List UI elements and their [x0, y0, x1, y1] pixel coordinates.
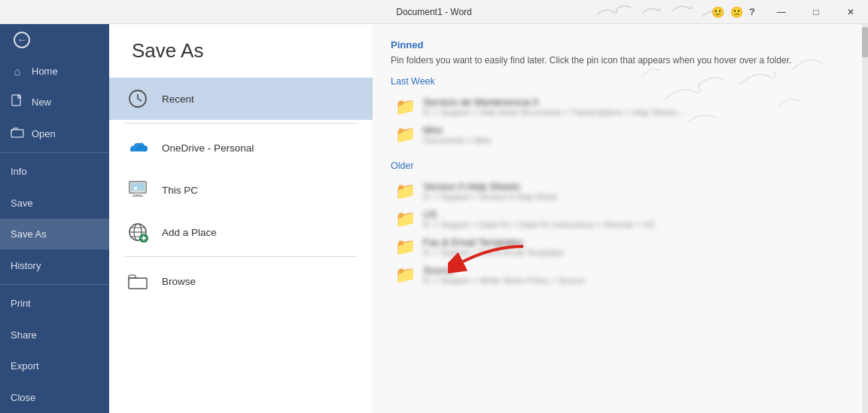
- folder-info-0: Servicio de Mantenencia II D: > Support …: [423, 96, 687, 117]
- folder-icon-0: 📁: [395, 97, 416, 117]
- sidebar-item-new[interactable]: New: [0, 87, 109, 118]
- sidebar-item-save[interactable]: Save: [0, 187, 109, 219]
- folder-info-1: Misc Documents > Misc: [423, 124, 492, 145]
- addplace-icon: [124, 219, 151, 246]
- folder-icon-4: 📁: [395, 237, 416, 257]
- scrollbar-track[interactable]: [862, 24, 868, 413]
- recent-icon: [124, 85, 151, 112]
- help-icon[interactable]: ?: [749, 6, 755, 17]
- folder-name-3: US: [423, 209, 654, 220]
- svg-rect-10: [134, 187, 137, 190]
- folder-path-4: D: > Support > Fax & Email Templates: [423, 248, 564, 257]
- main-content: ← ⌂ Home New Open: [0, 24, 868, 413]
- location-onedrive[interactable]: OneDrive - Personal: [109, 127, 373, 169]
- folder-name-2: Version II Help Sheets: [423, 181, 557, 192]
- sidebar-item-home[interactable]: ⌂ Home: [0, 56, 109, 87]
- emoji-smile-icon[interactable]: 🙂: [711, 6, 724, 18]
- back-icon: ←: [14, 32, 30, 48]
- location-recent-label: Recent: [162, 93, 194, 105]
- close-button[interactable]: ✕: [833, 0, 868, 24]
- minimize-button[interactable]: —: [764, 0, 799, 24]
- title-bar: Document1 - Word 🙂 🙁 ? — □ ✕: [0, 0, 868, 24]
- location-divider-1: [124, 123, 358, 124]
- title-bar-title: Document1 - Word: [396, 7, 471, 17]
- location-browse-label: Browse: [162, 276, 196, 287]
- home-icon: ⌂: [11, 65, 24, 78]
- pinned-label: Pinned: [391, 39, 850, 50]
- sidebar-item-close[interactable]: Close: [0, 381, 109, 413]
- folder-item-0[interactable]: 📁 Servicio de Mantenencia II D: > Suppor…: [391, 93, 850, 121]
- sidebar-item-print[interactable]: Print: [0, 288, 109, 320]
- lastweek-label: Last Week: [391, 76, 850, 87]
- folder-name-5: Source: [423, 265, 584, 276]
- older-label: Older: [391, 161, 850, 171]
- scrollbar-thumb[interactable]: [862, 27, 868, 57]
- sidebar-item-open[interactable]: Open: [0, 118, 109, 150]
- location-browse[interactable]: Browse: [109, 260, 373, 302]
- folder-icon-1: 📁: [395, 125, 416, 145]
- folder-item-4[interactable]: 📁 Fax & Email Templates D: > Support > F…: [391, 233, 850, 261]
- save-as-content: Pinned Pin folders you want to easily fi…: [373, 24, 868, 413]
- folder-info-3: US D: > Support > Data Fix > Data Fix In…: [423, 209, 654, 229]
- location-recent[interactable]: Recent: [109, 78, 373, 120]
- folder-name-0: Servicio de Mantenencia II: [423, 96, 687, 108]
- sidebar-item-history[interactable]: History: [0, 249, 109, 281]
- save-as-title: Save As: [109, 39, 373, 78]
- back-button[interactable]: ←: [0, 24, 109, 56]
- svg-rect-7: [131, 183, 145, 191]
- title-bar-icons: 🙂 🙁 ?: [702, 6, 764, 18]
- folder-path-5: D: > Support > White Stone Policy > Sour…: [423, 276, 584, 285]
- sidebar: ← ⌂ Home New Open: [0, 24, 109, 413]
- folder-item-1[interactable]: 📁 Misc Documents > Misc: [391, 121, 850, 148]
- location-addplace[interactable]: Add a Place: [109, 211, 373, 253]
- location-divider-2: [124, 256, 358, 257]
- folder-item-2[interactable]: 📁 Version II Help Sheets D: > Support > …: [391, 177, 850, 205]
- new-doc-icon: [11, 94, 24, 110]
- sidebar-item-share[interactable]: Share: [0, 319, 109, 350]
- location-thispc-label: This PC: [162, 185, 198, 196]
- sidebar-item-export[interactable]: Export: [0, 350, 109, 382]
- thispc-icon: [124, 176, 151, 203]
- folder-path-1: Documents > Misc: [423, 136, 492, 145]
- svg-rect-9: [132, 195, 143, 197]
- folder-path-0: D: > Support > Help Desk Documents > Tra…: [423, 108, 687, 117]
- onedrive-icon: [124, 134, 151, 161]
- maximize-button[interactable]: □: [799, 0, 833, 24]
- save-as-panel: Save As Recent: [109, 24, 868, 413]
- svg-rect-19: [129, 278, 147, 289]
- folder-info-2: Version II Help Sheets D: > Support > Ve…: [423, 181, 557, 201]
- folder-path-3: D: > Support > Data Fix > Data Fix Instr…: [423, 220, 654, 229]
- folder-item-3[interactable]: 📁 US D: > Support > Data Fix > Data Fix …: [391, 205, 850, 233]
- folder-icon-3: 📁: [395, 210, 416, 229]
- folder-path-2: D: > Support > Version II Help Sheet: [423, 192, 557, 201]
- open-icon: [11, 127, 24, 141]
- sidebar-divider-2: [0, 284, 109, 285]
- folder-info-5: Source D: > Support > White Stone Policy…: [423, 265, 584, 285]
- svg-line-4: [138, 99, 142, 101]
- sidebar-item-saveas[interactable]: Save As: [0, 219, 109, 250]
- save-as-locations: Save As Recent: [109, 24, 373, 413]
- location-thispc[interactable]: This PC: [109, 169, 373, 211]
- sidebar-divider-1: [0, 152, 109, 153]
- folder-info-4: Fax & Email Templates D: > Support > Fax…: [423, 237, 564, 257]
- sidebar-item-info[interactable]: Info: [0, 156, 109, 188]
- title-bar-controls: 🙂 🙁 ? — □ ✕: [702, 0, 868, 23]
- folder-name-1: Misc: [423, 124, 492, 136]
- folder-name-4: Fax & Email Templates: [423, 237, 564, 248]
- svg-rect-1: [11, 130, 23, 137]
- folder-icon-2: 📁: [395, 182, 416, 201]
- emoji-frown-icon[interactable]: 🙁: [730, 6, 743, 18]
- svg-rect-8: [135, 193, 141, 195]
- folder-icon-5: 📁: [395, 265, 416, 285]
- location-addplace-label: Add a Place: [162, 227, 217, 238]
- location-onedrive-label: OneDrive - Personal: [162, 142, 254, 154]
- browse-icon: [124, 268, 151, 295]
- pinned-desc: Pin folders you want to easily find late…: [391, 55, 850, 66]
- folder-item-5[interactable]: 📁 Source D: > Support > White Stone Poli…: [391, 261, 850, 289]
